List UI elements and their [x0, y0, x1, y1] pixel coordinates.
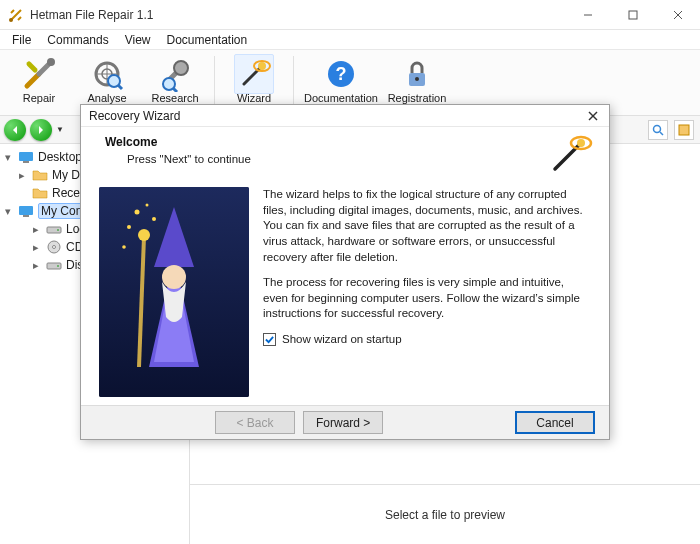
svg-point-29: [53, 246, 56, 249]
wizard-illustration: [99, 187, 249, 397]
drive-icon: [46, 257, 62, 273]
svg-point-39: [138, 229, 150, 241]
tree-expander[interactable]: ▸: [30, 241, 42, 254]
back-button: < Back: [215, 411, 295, 434]
folder-icon: [32, 185, 48, 201]
tree-expander[interactable]: ▾: [2, 151, 14, 164]
registration-icon: [397, 54, 437, 94]
minimize-button[interactable]: [565, 0, 610, 29]
preview-pane: Select a file to preview: [190, 484, 700, 544]
wizard-icon: [234, 54, 274, 94]
maximize-button[interactable]: [610, 0, 655, 29]
wand-icon: [545, 135, 595, 175]
svg-rect-22: [19, 152, 33, 161]
svg-text:?: ?: [336, 64, 347, 84]
menu-view[interactable]: View: [117, 31, 159, 49]
checkbox-label: Show wizard on startup: [282, 332, 402, 348]
documentation-icon: ?: [321, 54, 361, 94]
svg-point-31: [57, 265, 59, 267]
nav-forward-button[interactable]: [30, 119, 52, 141]
nav-back-button[interactable]: [4, 119, 26, 141]
dialog-paragraph-1: The wizard helps to fix the logical stru…: [263, 187, 591, 265]
dialog-close-button[interactable]: [585, 108, 601, 124]
dialog-subheading: Press "Next" to continue: [127, 153, 545, 165]
svg-point-42: [152, 217, 156, 221]
recovery-wizard-dialog: Recovery Wizard Welcome Press "Next" to …: [80, 104, 610, 440]
svg-point-0: [9, 18, 13, 22]
checkbox-box[interactable]: [263, 333, 276, 346]
cancel-button[interactable]: Cancel: [515, 411, 595, 434]
menu-documentation[interactable]: Documentation: [159, 31, 256, 49]
dialog-paragraph-2: The process for recovering files is very…: [263, 275, 591, 322]
app-icon: [8, 7, 24, 23]
forward-button[interactable]: Forward >: [303, 411, 383, 434]
toolbar-documentation-label: Documentation: [304, 92, 378, 104]
toolbar-registration-label: Registration: [388, 92, 447, 104]
nav-history-dropdown[interactable]: ▼: [56, 125, 64, 134]
view-details-button[interactable]: [674, 120, 694, 140]
preview-placeholder: Select a file to preview: [385, 508, 505, 522]
cd-drive-icon: [46, 239, 62, 255]
svg-point-43: [122, 246, 126, 250]
desktop-icon: [18, 149, 34, 165]
drive-icon: [46, 221, 62, 237]
dialog-footer: < Back Forward > Cancel: [81, 405, 609, 439]
svg-rect-2: [629, 11, 637, 19]
svg-point-27: [57, 229, 59, 231]
svg-point-18: [415, 77, 419, 81]
tree-expander[interactable]: ▸: [16, 169, 28, 182]
svg-line-9: [118, 85, 122, 89]
dialog-heading: Welcome: [105, 135, 545, 149]
tree-desktop[interactable]: Desktop: [38, 150, 82, 164]
svg-point-10: [174, 61, 188, 75]
svg-point-13: [258, 62, 266, 70]
analyse-icon: [87, 54, 127, 94]
toolbar-repair[interactable]: Repair: [6, 54, 72, 114]
view-thumbnails-button[interactable]: [648, 120, 668, 140]
close-button[interactable]: [655, 0, 700, 29]
menu-bar: File Commands View Documentation: [0, 30, 700, 50]
show-wizard-checkbox[interactable]: Show wizard on startup: [263, 332, 591, 348]
computer-icon: [18, 203, 34, 219]
tree-expander[interactable]: ▾: [2, 205, 14, 218]
toolbar-wizard-label: Wizard: [237, 92, 271, 104]
title-bar: Hetman File Repair 1.1: [0, 0, 700, 30]
dialog-title: Recovery Wizard: [89, 109, 585, 123]
toolbar-repair-label: Repair: [23, 92, 55, 104]
toolbar-analyse-label: Analyse: [87, 92, 126, 104]
svg-rect-21: [679, 125, 689, 135]
svg-point-19: [654, 125, 661, 132]
svg-rect-24: [19, 206, 33, 215]
svg-rect-23: [23, 161, 29, 163]
dialog-title-bar: Recovery Wizard: [81, 105, 609, 127]
menu-commands[interactable]: Commands: [39, 31, 116, 49]
window-title: Hetman File Repair 1.1: [30, 8, 565, 22]
svg-rect-25: [23, 215, 29, 217]
dialog-header: Welcome Press "Next" to continue: [81, 127, 609, 183]
svg-point-44: [146, 204, 149, 207]
tree-expander[interactable]: ▸: [30, 259, 42, 272]
svg-point-34: [577, 139, 585, 147]
svg-point-40: [127, 225, 131, 229]
menu-file[interactable]: File: [4, 31, 39, 49]
toolbar-research-label: Research: [151, 92, 198, 104]
svg-line-20: [660, 132, 663, 135]
svg-point-37: [162, 265, 186, 289]
svg-point-41: [135, 210, 140, 215]
svg-point-5: [47, 58, 55, 66]
folder-icon: [32, 167, 48, 183]
research-icon: [155, 54, 195, 94]
tree-expander[interactable]: ▸: [30, 223, 42, 236]
repair-icon: [19, 54, 59, 94]
